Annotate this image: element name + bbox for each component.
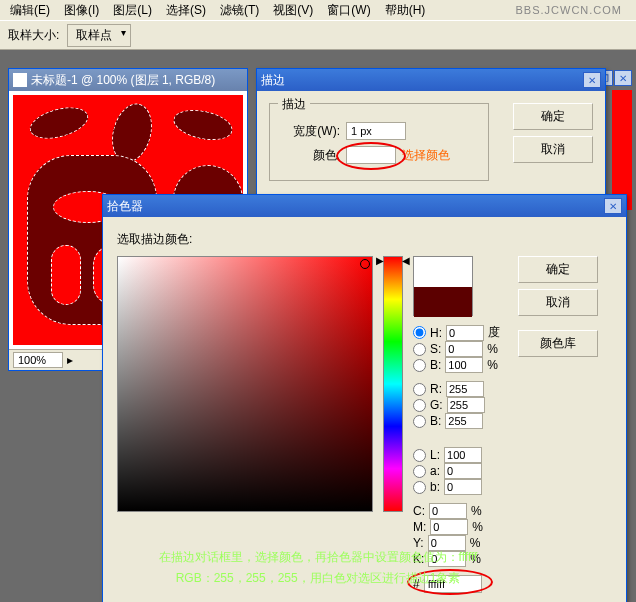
color-label: 颜色: <box>280 147 340 164</box>
radio-h[interactable] <box>413 326 426 339</box>
color-current[interactable] <box>414 287 472 317</box>
stroke-close-button[interactable]: ✕ <box>583 72 601 88</box>
unit-pct-s: % <box>487 342 498 356</box>
picker-close-button[interactable]: ✕ <box>604 198 622 214</box>
radio-r[interactable] <box>413 383 426 396</box>
unit-deg: 度 <box>488 324 500 341</box>
radio-b2[interactable] <box>413 481 426 494</box>
menu-view[interactable]: 视图(V) <box>267 0 319 21</box>
label-s: S: <box>430 342 441 356</box>
label-c: C: <box>413 504 425 518</box>
stroke-titlebar[interactable]: 描边 ✕ <box>257 69 605 91</box>
label-b2: b: <box>430 480 440 494</box>
caption-line-2: RGB：255，255，255，用白色对选区进行描边1象素 <box>0 568 636 590</box>
sv-cursor-icon <box>360 259 370 269</box>
input-m[interactable] <box>430 519 468 535</box>
menu-image[interactable]: 图像(I) <box>58 0 105 21</box>
color-new <box>414 257 472 287</box>
picker-prompt: 选取描边颜色: <box>117 231 612 248</box>
background-canvas-strip <box>612 90 632 210</box>
input-h[interactable] <box>446 325 484 341</box>
pick-color-link: 选择颜色 <box>402 147 450 164</box>
stroke-cancel-button[interactable]: 取消 <box>513 136 593 163</box>
color-swatch[interactable] <box>346 146 396 164</box>
input-bb[interactable] <box>445 413 483 429</box>
menu-bar: 编辑(E) 图像(I) 图层(L) 选择(S) 滤镜(T) 视图(V) 窗口(W… <box>0 0 636 20</box>
picker-ok-button[interactable]: 确定 <box>518 256 598 283</box>
caption-line-1: 在描边对话框里，选择颜色，再拾色器中设置颜色值为：ffffff <box>0 547 636 569</box>
hue-arrow-right-icon: ◀ <box>402 255 410 266</box>
menu-layer[interactable]: 图层(L) <box>107 0 158 21</box>
picker-titlebar[interactable]: 拾色器 ✕ <box>103 195 626 217</box>
radio-l[interactable] <box>413 449 426 462</box>
input-c[interactable] <box>429 503 467 519</box>
document-title: 未标题-1 @ 100% (图层 1, RGB/8) <box>31 72 215 89</box>
label-h: H: <box>430 326 442 340</box>
document-icon <box>13 73 27 87</box>
input-r[interactable] <box>446 381 484 397</box>
label-m: M: <box>413 520 426 534</box>
menu-select[interactable]: 选择(S) <box>160 0 212 21</box>
stroke-ok-button[interactable]: 确定 <box>513 103 593 130</box>
label-g: G: <box>430 398 443 412</box>
picker-title: 拾色器 <box>107 198 143 215</box>
menu-help[interactable]: 帮助(H) <box>379 0 432 21</box>
label-bv: B: <box>430 358 441 372</box>
picker-library-button[interactable]: 颜色库 <box>518 330 598 357</box>
input-g[interactable] <box>447 397 485 413</box>
workspace: _ ❐ ✕ 未标题-1 @ 100% (图层 1, RGB/8) 100% ▸ <box>0 50 636 602</box>
tutorial-caption: 在描边对话框里，选择颜色，再拾色器中设置颜色值为：ffffff RGB：255，… <box>0 547 636 590</box>
menu-filter[interactable]: 滤镜(T) <box>214 0 265 21</box>
input-b2[interactable] <box>444 479 482 495</box>
stroke-fieldset: 描边 宽度(W): 颜色: 选择颜色 <box>269 103 489 181</box>
label-l: L: <box>430 448 440 462</box>
sample-size-label: 取样大小: <box>8 27 59 44</box>
menu-edit[interactable]: 编辑(E) <box>4 0 56 21</box>
unit-pct-m: % <box>472 520 483 534</box>
hue-arrow-left-icon: ▶ <box>376 255 384 266</box>
color-preview <box>413 256 473 316</box>
label-a: a: <box>430 464 440 478</box>
input-l[interactable] <box>444 447 482 463</box>
unit-pct-b: % <box>487 358 498 372</box>
watermark: BBS.JCWCN.COM <box>510 2 629 18</box>
radio-s[interactable] <box>413 343 426 356</box>
radio-bb[interactable] <box>413 415 426 428</box>
label-bb: B: <box>430 414 441 428</box>
picker-cancel-button[interactable]: 取消 <box>518 289 598 316</box>
options-bar: 取样大小: 取样点 <box>0 20 636 50</box>
input-bv[interactable] <box>445 357 483 373</box>
width-input[interactable] <box>346 122 406 140</box>
zoom-field[interactable]: 100% <box>13 352 63 368</box>
stroke-legend: 描边 <box>278 96 310 113</box>
sample-size-dropdown[interactable]: 取样点 <box>67 24 131 47</box>
input-s[interactable] <box>445 341 483 357</box>
mdi-close[interactable]: ✕ <box>614 70 632 86</box>
unit-pct-c: % <box>471 504 482 518</box>
label-r: R: <box>430 382 442 396</box>
radio-g[interactable] <box>413 399 426 412</box>
input-a[interactable] <box>444 463 482 479</box>
color-picker-dialog: 拾色器 ✕ 选取描边颜色: ▶ ◀ <box>102 194 627 602</box>
saturation-value-field[interactable] <box>117 256 373 512</box>
stroke-title: 描边 <box>261 72 285 89</box>
hue-slider[interactable]: ▶ ◀ <box>383 256 403 512</box>
menu-window[interactable]: 窗口(W) <box>321 0 376 21</box>
radio-b[interactable] <box>413 359 426 372</box>
statusbar-chevron-icon[interactable]: ▸ <box>67 353 73 367</box>
radio-a[interactable] <box>413 465 426 478</box>
width-label: 宽度(W): <box>280 123 340 140</box>
document-titlebar[interactable]: 未标题-1 @ 100% (图层 1, RGB/8) <box>9 69 247 91</box>
